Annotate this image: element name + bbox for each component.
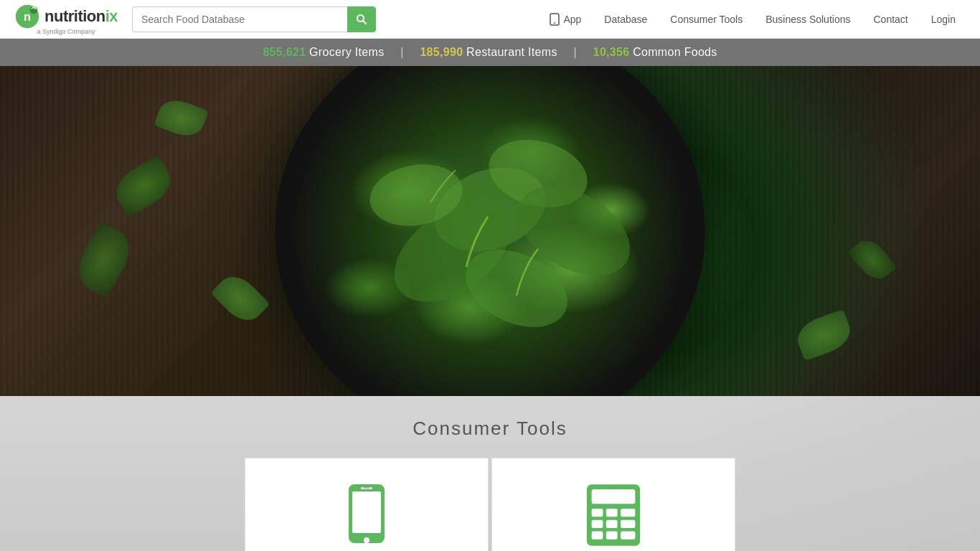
- calculator-tool-card[interactable]: [491, 458, 735, 551]
- calculator-icon: [585, 483, 642, 547]
- svg-rect-20: [592, 509, 603, 517]
- grocery-label: Grocery Items: [309, 46, 387, 58]
- leaf-6: [847, 234, 897, 286]
- leaf-2: [154, 95, 208, 141]
- nav-database[interactable]: Database: [594, 8, 657, 31]
- svg-rect-24: [606, 520, 618, 528]
- brand-name: nutritionix: [44, 7, 118, 26]
- svg-rect-27: [606, 532, 618, 540]
- svg-rect-25: [621, 520, 635, 528]
- mobile-icon: [550, 13, 560, 26]
- common-label: Common Foods: [633, 46, 717, 58]
- svg-point-6: [554, 22, 555, 24]
- svg-rect-28: [621, 532, 635, 540]
- svg-rect-23: [592, 520, 603, 528]
- search-button[interactable]: [347, 6, 376, 32]
- consumer-tools-title: Consumer Tools: [0, 418, 980, 440]
- consumer-tools-section: Consumer Tools: [0, 396, 980, 551]
- search-form: [132, 6, 376, 32]
- grocery-count: 855,621: [263, 46, 306, 58]
- svg-point-15: [364, 537, 369, 543]
- svg-rect-17: [363, 487, 370, 489]
- leaf-5: [793, 309, 856, 362]
- logo-icon: n: [14, 4, 40, 29]
- tools-grid: [0, 458, 980, 551]
- svg-rect-19: [592, 489, 636, 504]
- restaurant-label: Restaurant Items: [466, 46, 560, 58]
- common-count: 10,356: [593, 46, 630, 58]
- search-input[interactable]: [132, 6, 347, 32]
- stats-bar: 855,621 Grocery Items | 185,990 Restaura…: [0, 39, 980, 66]
- app-tool-card[interactable]: [245, 458, 489, 551]
- leaf-1: [109, 155, 179, 218]
- svg-rect-21: [606, 509, 618, 517]
- hero-background: [0, 66, 980, 396]
- leaf-3: [70, 221, 139, 298]
- svg-rect-14: [352, 491, 381, 533]
- hero-section: [0, 66, 980, 396]
- nav-contact[interactable]: Contact: [863, 8, 918, 31]
- navbar: n nutritionix a Syndigo Company: [0, 0, 980, 39]
- phone-icon: [338, 483, 395, 547]
- nav-links: App Database Consumer Tools Business Sol…: [540, 7, 966, 32]
- leaves-inside: [289, 66, 691, 396]
- svg-text:n: n: [24, 10, 31, 23]
- svg-rect-26: [592, 532, 603, 540]
- nav-consumer-tools[interactable]: Consumer Tools: [660, 8, 753, 31]
- leaf-4: [210, 268, 270, 328]
- svg-rect-22: [621, 509, 635, 517]
- svg-point-3: [357, 15, 364, 22]
- search-icon: [356, 14, 367, 25]
- brand-subtitle: a Syndigo Company: [37, 28, 95, 35]
- nav-login[interactable]: Login: [921, 8, 966, 31]
- nav-business-solutions[interactable]: Business Solutions: [755, 8, 860, 31]
- svg-line-4: [363, 21, 367, 24]
- restaurant-count: 185,990: [420, 46, 463, 58]
- nav-app[interactable]: App: [540, 7, 591, 32]
- logo[interactable]: n nutritionix a Syndigo Company: [14, 4, 118, 35]
